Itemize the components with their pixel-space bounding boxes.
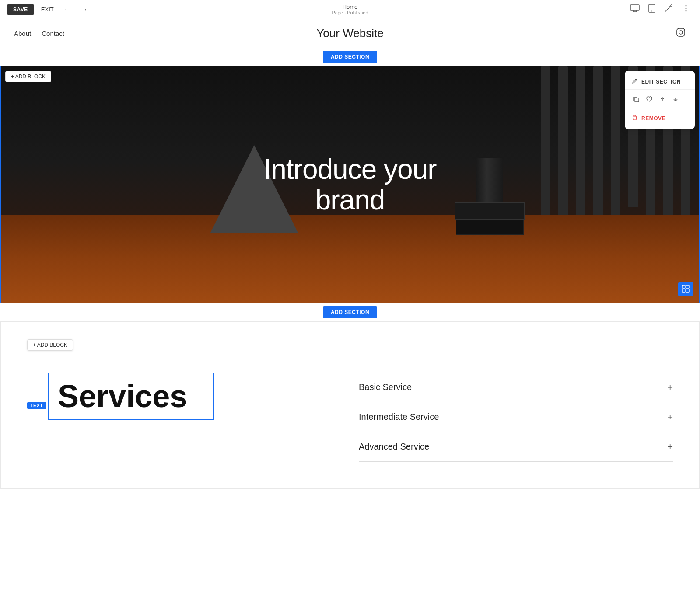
services-list: Basic Service + Intermediate Service + A…	[359, 373, 673, 462]
favorite-section-button[interactable]	[643, 93, 655, 107]
site-nav: About Contact	[14, 30, 64, 37]
svg-rect-19	[682, 285, 685, 288]
remove-section-row[interactable]: REMOVE	[625, 111, 695, 125]
add-block-button-2[interactable]: + ADD BLOCK	[27, 339, 73, 351]
v-bar	[593, 66, 603, 217]
text-badge: TEXT	[27, 402, 46, 409]
hero-image: Introduce your brand	[1, 66, 699, 303]
book-stack	[455, 202, 525, 220]
service-expand-intermediate[interactable]: +	[667, 412, 673, 422]
add-section-bar-middle: ADD SECTION	[0, 303, 700, 321]
svg-point-17	[683, 30, 684, 31]
service-item-advanced[interactable]: Advanced Service +	[359, 432, 673, 462]
svg-point-13	[686, 8, 687, 9]
edit-section-label: EDIT SECTION	[641, 79, 681, 85]
save-button[interactable]: SAVE	[7, 4, 34, 15]
v-bar	[558, 66, 568, 227]
undo-button[interactable]: ←	[61, 4, 74, 15]
more-options-button[interactable]	[679, 2, 693, 17]
svg-point-12	[686, 5, 687, 7]
edit-pen-icon	[632, 78, 638, 86]
cylinder-object	[476, 158, 503, 202]
svg-line-6	[665, 7, 670, 12]
site-header-right	[676, 27, 686, 40]
services-heading: Services	[58, 380, 205, 412]
move-down-button[interactable]	[669, 93, 682, 107]
services-section: + ADD BLOCK TEXT Services Basic Service …	[0, 321, 700, 489]
service-expand-basic[interactable]: +	[667, 383, 673, 392]
redo-button[interactable]: →	[77, 4, 91, 15]
magic-wand-button[interactable]	[662, 2, 676, 17]
hero-bg-inner: Introduce your brand	[1, 66, 699, 303]
svg-rect-22	[686, 289, 689, 292]
book-stack-2	[456, 220, 524, 235]
move-up-button[interactable]	[656, 93, 668, 107]
desktop-view-button[interactable]	[627, 3, 642, 16]
v-bar	[611, 66, 620, 237]
svg-line-9	[672, 5, 672, 5]
add-section-button-top[interactable]: ADD SECTION	[323, 51, 377, 63]
service-name-basic: Basic Service	[359, 382, 412, 392]
wood-floor	[1, 215, 699, 303]
service-name-intermediate: Intermediate Service	[359, 412, 439, 422]
page-name: Home	[332, 3, 368, 10]
svg-rect-20	[686, 285, 689, 288]
svg-rect-15	[677, 28, 685, 36]
toolbar-center: Home Page · Published	[332, 3, 368, 15]
site-header: About Contact Your Website	[0, 19, 700, 48]
svg-rect-18	[635, 98, 639, 102]
tablet-view-button[interactable]	[646, 2, 658, 17]
add-block-button-1[interactable]: + ADD BLOCK	[5, 71, 51, 82]
page-status: Page · Published	[332, 10, 368, 15]
services-layout: TEXT Services Basic Service + Intermedia…	[27, 373, 673, 462]
section-edit-toolbar: EDIT SECTION	[625, 71, 695, 129]
copy-section-button[interactable]	[630, 93, 642, 107]
svg-rect-21	[682, 289, 685, 292]
right-objects	[455, 158, 525, 235]
svg-point-14	[686, 10, 687, 12]
add-section-button-middle[interactable]: ADD SECTION	[323, 306, 377, 318]
service-expand-advanced[interactable]: +	[667, 442, 673, 452]
page-content: ADD SECTION + ADD BLOCK EDIT SECTION	[0, 48, 700, 489]
nav-about[interactable]: About	[14, 30, 31, 37]
add-section-bar-top: ADD SECTION	[0, 48, 700, 66]
services-left: TEXT Services	[27, 373, 341, 420]
nav-contact[interactable]: Contact	[42, 30, 64, 37]
site-title: Your Website	[316, 27, 383, 40]
edit-toolbar-icons-row	[625, 90, 695, 111]
toolbar-left: SAVE EXIT ← →	[7, 4, 91, 15]
hero-text-line2: brand	[263, 185, 436, 215]
service-item-basic[interactable]: Basic Service +	[359, 373, 673, 402]
svg-point-5	[651, 11, 652, 12]
services-text-box[interactable]: Services	[48, 373, 214, 420]
trash-icon	[632, 115, 638, 122]
hero-section: + ADD BLOCK EDIT SECTION	[0, 66, 700, 303]
svg-point-16	[679, 31, 682, 34]
exit-button[interactable]: EXIT	[38, 4, 57, 15]
toolbar-right	[627, 2, 693, 17]
service-item-intermediate[interactable]: Intermediate Service +	[359, 402, 673, 432]
hero-text-line1: Introduce your	[263, 154, 436, 185]
service-name-advanced: Advanced Service	[359, 442, 429, 452]
toolbar: SAVE EXIT ← → Home Page · Published	[0, 0, 700, 19]
svg-rect-0	[630, 5, 639, 10]
remove-label: REMOVE	[641, 115, 665, 122]
hero-text: Introduce your brand	[263, 154, 436, 216]
edit-section-row[interactable]: EDIT SECTION	[625, 74, 695, 90]
block-grid-button[interactable]	[678, 282, 693, 296]
instagram-icon[interactable]	[676, 30, 686, 39]
